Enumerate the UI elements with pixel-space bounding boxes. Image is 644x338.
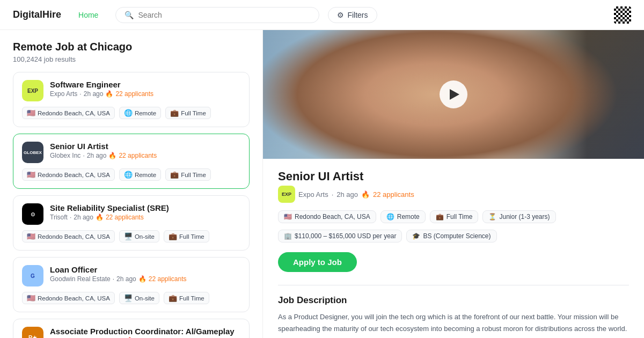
job-tag-4-1: 🇺🇸Redondo Beach, CA, USA [22, 292, 115, 304]
tag-icon-4-1: 🇺🇸 [27, 294, 35, 302]
company-logo-5: R★ [22, 327, 43, 338]
job-detail-content: Senior UI Artist EXP Expo Arts · 2h ago … [263, 159, 644, 338]
salary-tag-label-1: $110,000 – $165,000 USD per year [295, 232, 396, 240]
tag-icon-4-2: 🖥️ [124, 294, 133, 302]
tag-label-4-1: Redondo Beach, CA, USA [38, 295, 110, 302]
detail-tag-icon-2: 🌐 [386, 213, 394, 221]
job-card-4[interactable]: GLoan OfficerGoodwin Real Estate · 2h ag… [13, 257, 250, 312]
job-card-5[interactable]: R★Associate Production Coordinator: Al/G… [13, 319, 250, 338]
job-tag-2-1: 🇺🇸Redondo Beach, CA, USA [22, 168, 115, 181]
filters-label: Filters [347, 11, 368, 19]
filters-icon: ⚙ [337, 11, 344, 19]
job-video[interactable] [263, 30, 644, 159]
section-divider [278, 285, 629, 285]
detail-company-logo: EXP [278, 186, 295, 203]
tag-label-4-2: On-site [135, 295, 155, 302]
tag-label-2-3: Full Time [181, 172, 206, 178]
detail-applicants: 22 applicants [373, 190, 414, 199]
nav-home-link[interactable]: Home [78, 11, 98, 19]
detail-fire: 🔥 [361, 190, 370, 199]
job-company-2: Globex Inc [50, 152, 80, 159]
search-input[interactable] [138, 11, 310, 19]
job-cards-list: EXPSoftware EngineerExpo Arts · 2h ago 🔥… [13, 72, 250, 338]
detail-company: Expo Arts [298, 190, 328, 199]
tag-label-3-2: On-site [135, 233, 155, 240]
search-icon: 🔍 [125, 11, 134, 19]
fire-icon-3: 🔥 [96, 214, 104, 221]
fire-icon-2: 🔥 [108, 152, 116, 159]
job-title-2: Senior UI Artist [50, 142, 240, 151]
job-tag-1-1: 🇺🇸Redondo Beach, CA, USA [22, 107, 115, 119]
detail-dot: · [332, 190, 334, 199]
company-logo-1: EXP [22, 80, 43, 101]
section-title: Remote Job at Chicago [13, 41, 250, 53]
job-tag-4-3: 💼Full Time [164, 292, 209, 304]
job-info-5: Associate Production Coordinator: Al/Gam… [50, 327, 240, 338]
detail-job-title: Senior UI Artist [278, 170, 629, 183]
logo: DigitalHire [13, 9, 61, 20]
salary-tag-icon-1: 🏢 [284, 232, 292, 240]
job-company-1: Expo Arts [50, 90, 77, 98]
job-card-header-2: GLOBEXSenior UI ArtistGlobex Inc · 2h ag… [22, 142, 240, 163]
job-meta-1: Expo Arts · 2h ago 🔥 22 applicants [50, 90, 240, 98]
tag-label-1-2: Remote [135, 110, 156, 116]
company-logo-2: GLOBEX [22, 142, 43, 163]
job-card-header-1: EXPSoftware EngineerExpo Arts · 2h ago 🔥… [22, 80, 240, 101]
job-tags-4: 🇺🇸Redondo Beach, CA, USA🖥️On-site💼Full T… [22, 292, 240, 304]
tag-icon-2-3: 💼 [170, 171, 179, 179]
app-logo-icon [614, 6, 631, 24]
job-meta-2: Globex Inc · 2h ago 🔥 22 applicants [50, 152, 240, 159]
main-nav: Home [78, 10, 115, 20]
tag-icon-1-2: 🌐 [124, 109, 133, 117]
job-tag-1-2: 🌐Remote [119, 107, 161, 119]
tag-label-3-3: Full Time [179, 233, 204, 240]
job-info-1: Software EngineerExpo Arts · 2h ago 🔥 22… [50, 80, 240, 98]
detail-time: 2h ago [336, 190, 358, 199]
apply-button[interactable]: Apply to Job [278, 252, 357, 272]
job-time-3: 2h ago [74, 214, 93, 221]
job-info-3: Site Reliability Specialist (SRE)Trisoft… [50, 203, 240, 221]
detail-meta: EXP Expo Arts · 2h ago 🔥 22 applicants [278, 186, 629, 203]
detail-tag-label-3: Full Time [447, 213, 473, 221]
job-meta-4: Goodwin Real Estate · 2h ago 🔥 22 applic… [50, 275, 240, 283]
job-company-3: Trisoft [50, 214, 68, 221]
tag-label-2-1: Redondo Beach, CA, USA [38, 172, 110, 178]
job-tag-1-3: 💼Full Time [165, 107, 211, 119]
tag-icon-3-3: 💼 [169, 232, 177, 240]
detail-tag-4: ⏳Junior (1-3 years) [482, 210, 555, 223]
play-triangle-icon [450, 89, 459, 100]
detail-tag-icon-4: ⏳ [488, 213, 496, 221]
fire-icon-1: 🔥 [105, 90, 113, 98]
job-tags-2: 🇺🇸Redondo Beach, CA, USA🌐Remote💼Full Tim… [22, 168, 240, 181]
detail-tags-row: 🇺🇸Redondo Beach, CA, USA🌐Remote💼Full Tim… [278, 210, 629, 223]
main-content: Remote Job at Chicago 100,2424 job resul… [0, 30, 644, 338]
job-card-2[interactable]: GLOBEXSenior UI ArtistGlobex Inc · 2h ag… [13, 134, 250, 189]
job-tag-3-3: 💼Full Time [164, 230, 209, 243]
job-title-4: Loan Officer [50, 265, 240, 274]
fire-icon-4: 🔥 [138, 275, 147, 283]
filters-button[interactable]: ⚙ Filters [328, 7, 377, 23]
job-title-5: Associate Production Coordinator: Al/Gam… [50, 327, 240, 336]
header: DigitalHire Home 🔍 ⚙ Filters [0, 0, 644, 30]
job-info-4: Loan OfficerGoodwin Real Estate · 2h ago… [50, 265, 240, 283]
tag-label-3-1: Redondo Beach, CA, USA [38, 233, 110, 240]
tag-icon-1-3: 💼 [170, 109, 179, 117]
job-card-3[interactable]: ⊙Site Reliability Specialist (SRE)Trisof… [13, 195, 250, 251]
tag-icon-1-1: 🇺🇸 [27, 109, 35, 117]
salary-tags-row: 🏢$110,000 – $165,000 USD per year🎓BS (Co… [278, 230, 629, 243]
salary-tag-icon-2: 🎓 [412, 232, 420, 240]
job-description-text: As a Product Designer, you will join the… [278, 311, 629, 338]
job-title-1: Software Engineer [50, 80, 240, 89]
section-subtitle: 100,2424 job results [13, 55, 250, 63]
tag-icon-3-2: 🖥️ [124, 232, 133, 240]
job-tag-2-2: 🌐Remote [119, 168, 161, 181]
job-description-title: Job Description [278, 295, 629, 306]
job-card-1[interactable]: EXPSoftware EngineerExpo Arts · 2h ago 🔥… [13, 72, 250, 127]
detail-tag-icon-3: 💼 [436, 213, 444, 221]
video-play-button[interactable] [440, 80, 467, 108]
detail-tag-3: 💼Full Time [430, 210, 479, 223]
job-time-2: 2h ago [87, 152, 107, 159]
tag-icon-2-1: 🇺🇸 [27, 171, 35, 179]
detail-tag-label-1: Redondo Beach, CA, USA [295, 213, 370, 221]
job-applicants-3: 22 applicants [106, 214, 144, 221]
